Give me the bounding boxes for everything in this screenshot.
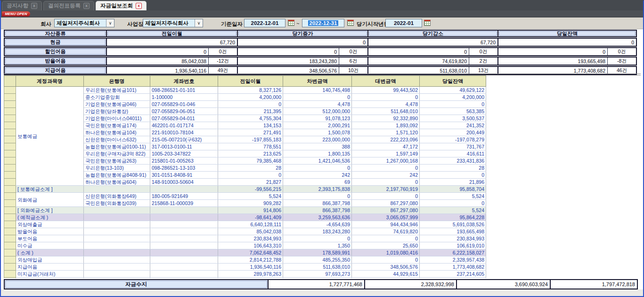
tab-inactive[interactable]: 결의전표등록x xyxy=(43,1,94,10)
row-selector-cell[interactable] xyxy=(4,193,16,200)
row-selector-cell[interactable] xyxy=(4,129,16,136)
date-from-value: 2022-12-01 xyxy=(251,20,279,26)
tab-close-icon[interactable]: x xyxy=(136,3,142,9)
account-number-cell xyxy=(150,249,218,256)
summary-header-cell: 전일이월 xyxy=(106,30,238,37)
summary-amount: 67,720 xyxy=(107,40,237,45)
grid-row[interactable]: 보통예금우리은행(보통예금101)098-286521-01-1018,327,… xyxy=(4,87,486,94)
bank-name-cell: 농협은행(보통예금0100-11) xyxy=(84,143,150,150)
grid-row[interactable]: [ 보통예금소계 ]-99,556,2152,393,175,8382,197,… xyxy=(4,186,486,193)
row-selector-cell[interactable] xyxy=(4,101,16,108)
grid-row[interactable]: ( 예적금소계 )-98,641,4093,259,563,6363,065,0… xyxy=(4,214,486,221)
chevron-down-icon[interactable]: ∨ xyxy=(106,19,114,27)
tab-active[interactable]: 자금일보조회x xyxy=(96,1,147,10)
account-name-cell: 외상매입금 xyxy=(16,256,84,264)
grid-body: 보통예금우리은행(보통예금101)098-286521-01-1018,327,… xyxy=(4,87,486,279)
calendar-icon[interactable] xyxy=(347,20,354,26)
grid-row[interactable]: ( 소계 )7,062,648,452178,589,9911,019,080,… xyxy=(4,249,486,256)
amount-cell: 97,693,273 xyxy=(283,271,352,278)
account-number-cell: 215868-11-000039 xyxy=(150,200,218,207)
grid-row[interactable]: 미수금106,643,3101,35025,650106,619,010 xyxy=(4,242,486,249)
row-selector-cell[interactable] xyxy=(4,228,16,235)
row-selector-cell[interactable] xyxy=(4,136,16,143)
row-selector-cell[interactable] xyxy=(4,172,16,179)
row-selector-cell[interactable] xyxy=(4,256,16,264)
amount-cell: 511,638,010 xyxy=(283,264,352,271)
summary-value-cell: 00건 xyxy=(237,47,368,56)
bank-name-cell xyxy=(84,235,150,242)
tab-close-icon[interactable]: x xyxy=(31,3,37,9)
tab-inactive[interactable]: 공지사항x xyxy=(2,1,42,10)
calendar-icon[interactable] xyxy=(424,20,431,26)
grid-header-cell: 대변금액 xyxy=(352,76,420,87)
period-start-input[interactable]: 2022-01 xyxy=(385,19,422,27)
summary-row[interactable]: 할인어음00건00건00건00건 xyxy=(4,47,641,56)
row-selector-cell[interactable] xyxy=(4,278,16,279)
grid-row[interactable] xyxy=(4,278,486,279)
account-number-cell: 098-286521-01-101 xyxy=(150,87,218,94)
row-selector-cell[interactable] xyxy=(4,186,16,193)
row-selector-cell[interactable] xyxy=(4,150,16,157)
summary-amount: 0 xyxy=(107,49,208,55)
summary-count: -8건 xyxy=(607,58,636,65)
row-selector-cell[interactable] xyxy=(4,179,16,186)
account-name-cell: 미지급금(거래처) xyxy=(16,271,84,278)
fund-balance-label: 자금수지 xyxy=(4,279,269,289)
row-selector-cell[interactable] xyxy=(4,157,16,165)
summary-row[interactable]: 받을어음85,042,038-12건183,243,2806건74,619,82… xyxy=(4,57,641,66)
grid-row[interactable]: 외상매출금6,640,128,111-4,654,639944,434,9465… xyxy=(4,221,486,228)
bank-name-cell: 신한은행(외화통장649) xyxy=(84,193,150,200)
row-selector-cell[interactable] xyxy=(4,87,16,94)
account-number-cell: 215-05-007210(구632) xyxy=(150,136,218,143)
amount-cell: 1,267,000,168 xyxy=(352,157,420,165)
calendar-icon[interactable] xyxy=(288,20,294,26)
row-selector-cell[interactable] xyxy=(4,207,16,214)
summary-table: 자산종류전일이월당기증가당기감소당일잔액현금67,720067,7200할인어음… xyxy=(4,30,641,75)
grid-row[interactable]: 외화예금신한은행(외화통장649)180-005-9216495,524005,… xyxy=(4,193,486,200)
row-selector-cell[interactable] xyxy=(4,242,16,249)
chevron-down-icon[interactable]: ∨ xyxy=(195,19,203,27)
tab-close-icon[interactable]: x xyxy=(83,3,90,9)
grid-row[interactable]: 지급어음1,936,540,116511,638,010348,506,5761… xyxy=(4,264,486,271)
row-selector-cell[interactable] xyxy=(4,108,16,115)
date-to-input[interactable]: 2022-12-31 xyxy=(302,19,344,27)
amount-cell: 99,443,502 xyxy=(352,87,420,94)
row-selector-cell[interactable] xyxy=(4,165,16,172)
summary-row[interactable]: 현금67,720067,7200 xyxy=(4,38,641,47)
account-number-cell: 027-055829-01-046 xyxy=(150,101,218,108)
row-selector-cell[interactable] xyxy=(4,249,16,256)
company-select[interactable]: 제일저지주식회사 ∨ xyxy=(54,19,114,27)
grid-header: 계정과목명은행명계좌번호전일이월차변금액대변금액당일잔액 xyxy=(4,76,486,87)
bank-name-cell: 우리은행(13-103) xyxy=(84,165,150,172)
menu-open-button[interactable]: MENU OPEN xyxy=(2,11,30,16)
row-selector-cell[interactable] xyxy=(4,200,16,207)
summary-header-cell: 당일잔액 xyxy=(497,30,637,37)
workplace-label: 사업장 xyxy=(127,21,144,28)
amount-cell: 1,571,120 xyxy=(352,129,420,136)
row-selector-cell[interactable] xyxy=(4,264,16,271)
bank-name-cell: 기업은행(마이너스04011) xyxy=(84,115,150,122)
grid-row[interactable]: 받을어음85,042,038183,243,28074,619,820193,6… xyxy=(4,228,486,235)
grid-row[interactable]: 부도어음230,834,99300230,834,993 xyxy=(4,235,486,242)
grid-row[interactable]: [ 외화예금소계 ]914,806866,387,798867,297,0805… xyxy=(4,207,486,214)
row-selector-cell[interactable] xyxy=(4,115,16,122)
row-selector-cell[interactable] xyxy=(4,143,16,150)
row-selector-cell[interactable] xyxy=(4,94,16,101)
workplace-select[interactable]: 제일저지주식회사 ∨ xyxy=(143,19,203,27)
row-selector-cell[interactable] xyxy=(4,271,16,278)
amount-cell: 44,929,615 xyxy=(352,271,420,278)
grid-row[interactable]: 미지급금(거래처)289,978,26397,693,27344,929,615… xyxy=(4,271,486,278)
account-number-cell: 301-0151-8408-91 xyxy=(150,172,218,179)
row-selector-cell[interactable] xyxy=(4,221,16,228)
date-from-input[interactable]: 2022-12-01 xyxy=(244,19,285,27)
row-selector-cell[interactable] xyxy=(4,235,16,242)
amount-cell: 2,000,291 xyxy=(283,122,352,129)
amount-cell: 0 xyxy=(352,94,420,101)
summary-header-cell: 자산종류 xyxy=(4,30,107,37)
row-selector-cell[interactable] xyxy=(4,122,16,129)
summary-value-cell: 193,665,498-8건 xyxy=(497,57,637,66)
amount-cell: 0 xyxy=(283,193,352,200)
grid-row[interactable]: 외상매입금2,814,212,788485,255,35002,328,957,… xyxy=(4,256,486,264)
amount-cell xyxy=(420,278,486,279)
row-selector-cell[interactable] xyxy=(4,214,16,221)
